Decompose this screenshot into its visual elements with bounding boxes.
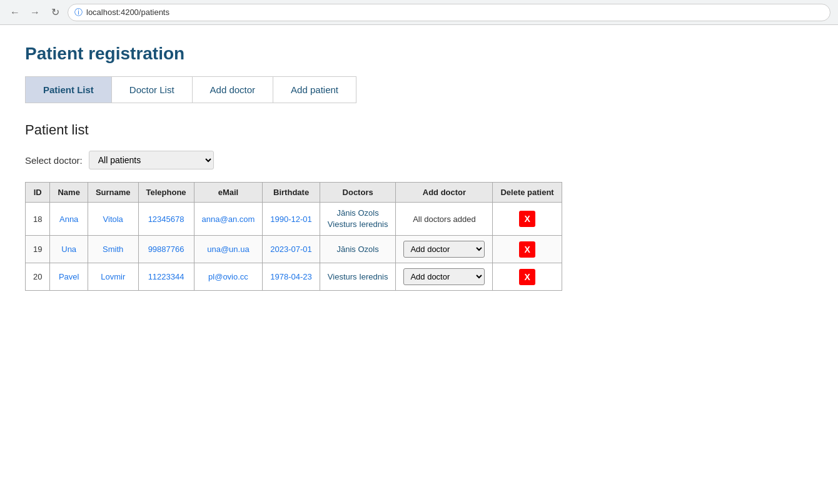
cell-name: Pavel bbox=[50, 263, 88, 291]
col-doctors: Doctors bbox=[320, 183, 396, 203]
delete-patient-button[interactable]: X bbox=[519, 269, 535, 285]
col-email: eMail bbox=[194, 183, 263, 203]
col-surname: Surname bbox=[88, 183, 138, 203]
cell-birthdate: 2023-07-01 bbox=[263, 236, 320, 263]
add-doctor-select[interactable]: Add doctorJānis OzolsViesturs Ierednis bbox=[403, 241, 485, 258]
main-content: Patient registration Patient List Doctor… bbox=[0, 25, 838, 310]
refresh-button[interactable]: ↻ bbox=[48, 5, 63, 20]
delete-patient-button[interactable]: X bbox=[519, 241, 535, 258]
cell-delete: X bbox=[493, 203, 562, 236]
doctor-select[interactable]: All patientsJānis OzolsViesturs Ierednis bbox=[89, 151, 214, 169]
cell-surname: Lovmir bbox=[88, 263, 138, 291]
cell-surname: Vitola bbox=[88, 203, 138, 236]
col-telephone: Telephone bbox=[138, 183, 194, 203]
col-name: Name bbox=[50, 183, 88, 203]
cell-telephone: 12345678 bbox=[138, 203, 194, 236]
cell-add-doctor: Add doctorJānis OzolsViesturs Ierednis bbox=[396, 236, 493, 263]
tab-bar: Patient List Doctor List Add doctor Add … bbox=[25, 76, 356, 103]
back-button[interactable]: ← bbox=[8, 5, 23, 20]
cell-birthdate: 1990-12-01 bbox=[263, 203, 320, 236]
col-id: ID bbox=[26, 183, 50, 203]
cell-email: una@un.ua bbox=[194, 236, 263, 263]
forward-button[interactable]: → bbox=[28, 5, 43, 20]
col-birthdate: Birthdate bbox=[263, 183, 320, 203]
cell-delete: X bbox=[493, 236, 562, 263]
table-row: 18 Anna Vitola 12345678 anna@an.com 1990… bbox=[26, 203, 562, 236]
tab-doctor-list[interactable]: Doctor List bbox=[112, 77, 193, 103]
col-delete-patient: Delete patient bbox=[493, 183, 562, 203]
cell-name: Anna bbox=[50, 203, 88, 236]
cell-birthdate: 1978-04-23 bbox=[263, 263, 320, 291]
cell-doctors: Viesturs Ierednis bbox=[320, 263, 396, 291]
doctor-name: Jānis Ozols bbox=[337, 244, 379, 254]
cell-surname: Smith bbox=[88, 236, 138, 263]
cell-doctors: Jānis Ozols Viesturs Ierednis bbox=[320, 203, 396, 236]
cell-add-doctor: Add doctorJānis OzolsViesturs Ierednis bbox=[396, 263, 493, 291]
doctor-name-2: Viesturs Ierednis bbox=[328, 219, 388, 229]
add-doctor-select[interactable]: Add doctorJānis OzolsViesturs Ierednis bbox=[403, 268, 485, 285]
section-title: Patient list bbox=[25, 122, 813, 138]
cell-id: 18 bbox=[26, 203, 50, 236]
select-doctor-label: Select doctor: bbox=[25, 155, 83, 166]
all-doctors-text: All doctors added bbox=[413, 214, 475, 224]
table-header: ID Name Surname Telephone eMail Birthdat… bbox=[26, 183, 562, 203]
col-add-doctor: Add doctor bbox=[396, 183, 493, 203]
cell-telephone: 99887766 bbox=[138, 236, 194, 263]
cell-email: anna@an.com bbox=[194, 203, 263, 236]
delete-patient-button[interactable]: X bbox=[519, 211, 535, 227]
browser-chrome: ← → ↻ ⓘ localhost:4200/patients bbox=[0, 0, 838, 25]
cell-id: 19 bbox=[26, 236, 50, 263]
table-row: 19 Una Smith 99887766 una@un.ua 2023-07-… bbox=[26, 236, 562, 263]
cell-telephone: 11223344 bbox=[138, 263, 194, 291]
table-body: 18 Anna Vitola 12345678 anna@an.com 1990… bbox=[26, 203, 562, 291]
table-row: 20 Pavel Lovmir 11223344 pl@ovio.cc 1978… bbox=[26, 263, 562, 291]
cell-delete: X bbox=[493, 263, 562, 291]
tab-patient-list[interactable]: Patient List bbox=[26, 77, 112, 103]
doctor-name: Viesturs Ierednis bbox=[328, 272, 388, 281]
cell-id: 20 bbox=[26, 263, 50, 291]
tab-add-doctor[interactable]: Add doctor bbox=[193, 77, 274, 103]
patient-table: ID Name Surname Telephone eMail Birthdat… bbox=[25, 182, 562, 291]
address-bar: ⓘ localhost:4200/patients bbox=[68, 4, 830, 21]
cell-add-doctor: All doctors added bbox=[396, 203, 493, 236]
doctor-name-1: Jānis Ozols bbox=[337, 208, 379, 218]
cell-email: pl@ovio.cc bbox=[194, 263, 263, 291]
info-icon: ⓘ bbox=[74, 7, 83, 18]
url-text: localhost:4200/patients bbox=[86, 8, 169, 17]
cell-doctors: Jānis Ozols bbox=[320, 236, 396, 263]
cell-name: Una bbox=[50, 236, 88, 263]
tab-add-patient[interactable]: Add patient bbox=[273, 77, 356, 103]
select-doctor-row: Select doctor: All patientsJānis OzolsVi… bbox=[25, 151, 813, 169]
page-title: Patient registration bbox=[25, 44, 813, 64]
